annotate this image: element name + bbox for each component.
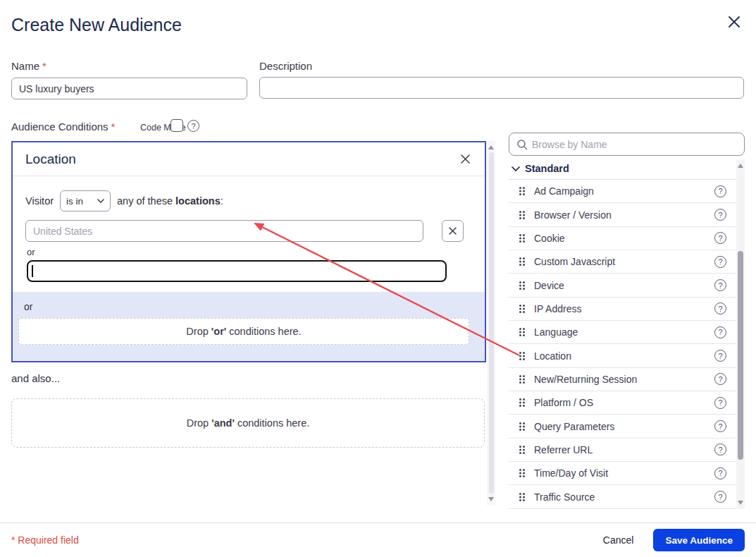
page-title: Create New Audience bbox=[11, 15, 182, 35]
palette-item[interactable]: Language ? bbox=[509, 321, 736, 344]
palette-search bbox=[509, 133, 745, 156]
palette-item-label: Ad Campaign bbox=[534, 185, 594, 197]
cancel-button[interactable]: Cancel bbox=[603, 534, 634, 546]
required-asterisk: * bbox=[42, 60, 47, 72]
audience-conditions-label: Audience Conditions* bbox=[11, 121, 115, 133]
drag-handle-icon[interactable] bbox=[519, 233, 526, 243]
name-input[interactable] bbox=[11, 78, 247, 99]
palette-item[interactable]: Time/Day of Visit ? bbox=[509, 462, 736, 485]
clear-value-button[interactable] bbox=[442, 220, 464, 242]
drag-handle-icon[interactable] bbox=[519, 468, 526, 478]
palette-item[interactable]: Query Parameters ? bbox=[509, 415, 736, 438]
palette-item[interactable]: Traffic Source ? bbox=[509, 485, 736, 508]
drag-handle-icon[interactable] bbox=[519, 445, 526, 455]
drag-handle-icon[interactable] bbox=[519, 210, 526, 220]
help-icon[interactable]: ? bbox=[714, 279, 726, 291]
scrollbar-thumb[interactable] bbox=[738, 251, 743, 460]
help-icon[interactable]: ? bbox=[714, 209, 726, 221]
palette-item-label: Query Parameters bbox=[534, 421, 614, 432]
condition-title: Location bbox=[25, 152, 76, 167]
scroll-up-arrow[interactable] bbox=[738, 164, 743, 168]
palette-item[interactable]: Ad Campaign ? bbox=[509, 180, 736, 203]
location-value-row bbox=[25, 220, 473, 242]
palette-item[interactable]: New/Returning Session ? bbox=[509, 368, 736, 391]
help-icon[interactable]: ? bbox=[714, 326, 726, 338]
remove-condition-icon[interactable] bbox=[457, 151, 473, 168]
name-label-text: Name bbox=[11, 60, 39, 72]
help-icon[interactable]: ? bbox=[714, 232, 726, 244]
drag-handle-icon[interactable] bbox=[519, 398, 526, 408]
clause-text: any of these locations: bbox=[117, 195, 223, 207]
palette-scrollbar[interactable] bbox=[736, 159, 745, 509]
drag-handle-icon[interactable] bbox=[519, 304, 526, 314]
required-asterisk: * bbox=[111, 121, 116, 133]
location-value-input[interactable] bbox=[25, 220, 423, 242]
help-icon[interactable]: ? bbox=[714, 350, 726, 362]
clause-pre: any of these bbox=[117, 195, 175, 207]
audience-conditions-builder: Location Visitor is in any of these loca… bbox=[11, 141, 486, 362]
operator-select[interactable]: is in bbox=[60, 190, 111, 212]
help-icon[interactable]: ? bbox=[714, 443, 726, 455]
save-audience-button[interactable]: Save Audience bbox=[653, 529, 745, 551]
scroll-down-arrow[interactable] bbox=[738, 501, 743, 505]
section-header-standard[interactable]: Standard bbox=[509, 158, 736, 180]
help-icon[interactable]: ? bbox=[714, 185, 726, 197]
and-also-label: and also... bbox=[11, 372, 60, 384]
help-icon[interactable]: ? bbox=[714, 467, 726, 479]
name-label: Name* bbox=[11, 60, 47, 72]
or-zone-label: or bbox=[24, 301, 469, 312]
drag-handle-icon[interactable] bbox=[519, 374, 526, 384]
conditions-scrollbar[interactable] bbox=[487, 141, 495, 506]
drop-or-bold: 'or' bbox=[211, 326, 226, 337]
drop-and-bold: 'and' bbox=[211, 417, 235, 429]
search-icon bbox=[516, 139, 528, 150]
scroll-down-arrow[interactable] bbox=[488, 497, 494, 501]
palette-item[interactable]: Referrer URL ? bbox=[509, 439, 736, 462]
create-audience-modal: Create New Audience Name* Description Au… bbox=[0, 0, 756, 557]
palette-item[interactable]: Custom Javascript ? bbox=[509, 250, 736, 274]
condition-clause-row: Visitor is in any of these locations: bbox=[25, 190, 473, 212]
palette-item-label: Cookie bbox=[534, 233, 565, 244]
help-icon[interactable]: ? bbox=[714, 302, 726, 314]
palette-item[interactable]: Browser / Version ? bbox=[509, 203, 736, 226]
palette-item[interactable]: Location ? bbox=[509, 344, 736, 367]
drag-handle-icon[interactable] bbox=[519, 186, 526, 196]
palette-list: Ad Campaign ? Browser / Version ? Cookie… bbox=[509, 180, 736, 509]
description-input[interactable] bbox=[259, 77, 744, 99]
search-input[interactable] bbox=[532, 134, 740, 154]
palette-item-label: New/Returning Session bbox=[534, 374, 637, 385]
drag-handle-icon[interactable] bbox=[519, 281, 526, 290]
drop-and-zone[interactable]: Drop 'and' conditions here. bbox=[11, 398, 485, 448]
section-label: Standard bbox=[525, 163, 569, 174]
drag-handle-icon[interactable] bbox=[519, 492, 526, 502]
drag-handle-icon[interactable] bbox=[519, 327, 526, 337]
visitor-label: Visitor bbox=[25, 195, 54, 207]
help-icon[interactable]: ? bbox=[714, 397, 726, 409]
palette-item[interactable]: IP Address ? bbox=[509, 298, 736, 321]
help-icon[interactable]: ? bbox=[714, 491, 726, 503]
help-icon[interactable]: ? bbox=[714, 256, 726, 268]
palette-item-label: Custom Javascript bbox=[534, 256, 615, 267]
drag-handle-icon[interactable] bbox=[519, 351, 526, 361]
code-mode-checkbox[interactable] bbox=[171, 119, 183, 132]
drop-or-zone[interactable]: Drop 'or' conditions here. bbox=[18, 318, 469, 345]
palette-item-label: Location bbox=[534, 350, 571, 362]
palette-item-label: Referrer URL bbox=[534, 444, 593, 455]
help-icon[interactable]: ? bbox=[714, 420, 726, 432]
text-caret bbox=[32, 265, 33, 277]
palette-item-label: Browser / Version bbox=[534, 209, 612, 221]
palette-item[interactable]: Device ? bbox=[509, 274, 736, 297]
palette-item-label: Time/Day of Visit bbox=[534, 467, 608, 479]
code-mode-help-icon[interactable]: ? bbox=[187, 120, 199, 132]
help-icon[interactable]: ? bbox=[714, 373, 726, 385]
close-icon[interactable] bbox=[724, 12, 744, 32]
drag-handle-icon[interactable] bbox=[519, 257, 526, 267]
scrollbar-thumb[interactable] bbox=[489, 152, 494, 494]
scroll-up-arrow[interactable] bbox=[488, 145, 494, 149]
palette-item-label: Traffic Source bbox=[534, 491, 595, 503]
drop-or-pre: Drop bbox=[186, 326, 211, 337]
palette-item[interactable]: Platform / OS ? bbox=[509, 391, 736, 415]
palette-item[interactable]: Cookie ? bbox=[509, 227, 736, 250]
drag-handle-icon[interactable] bbox=[519, 422, 526, 431]
new-location-input[interactable] bbox=[27, 260, 447, 282]
